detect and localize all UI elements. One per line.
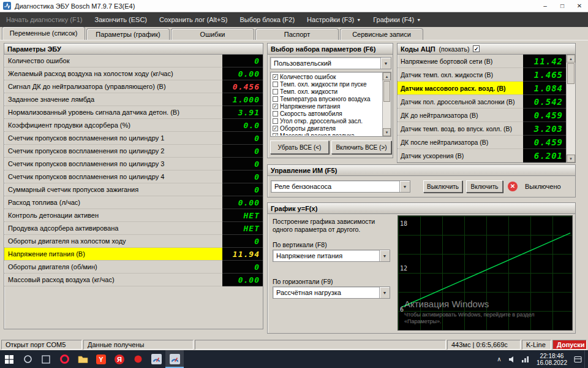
checkbox-icon[interactable]: ✓ — [273, 126, 278, 131]
show-desktop-button[interactable] — [584, 350, 588, 368]
dropdown-arrow-icon[interactable]: ▼ — [399, 181, 410, 192]
start-button[interactable] — [0, 350, 18, 368]
ecu-row[interactable]: Суммарный счетчик пропусков зажигания0 — [4, 183, 263, 196]
adc-row[interactable]: Датчик пол. дроссельной заслонки (В)0.54… — [398, 95, 566, 109]
actuator-off-button[interactable]: Выключить — [423, 180, 462, 193]
scroll-down-icon[interactable]: ▼ — [383, 128, 391, 136]
tab-variables-list[interactable]: Переменные (список) — [2, 26, 85, 40]
ecu-row[interactable]: Коэффициент продувки адсорбера (%)0.0 — [4, 119, 263, 132]
taskbar-app-yandex-browser-icon[interactable]: Я — [110, 350, 129, 368]
add-all-button[interactable]: Включить ВСЕ (>) — [331, 140, 391, 154]
actuator-stop-icon[interactable]: ✕ — [508, 182, 518, 191]
parameter-checklist-item[interactable]: ✓Обороты двигателя — [271, 125, 382, 132]
checkbox-icon[interactable]: ✓ — [273, 104, 278, 109]
adc-show-checkbox[interactable]: ✓ — [473, 45, 480, 52]
remove-all-button[interactable]: Убрать ВСЕ (<) — [270, 140, 329, 154]
close-icon[interactable]: ✕ — [571, 0, 588, 12]
scroll-up-icon[interactable]: ▲ — [567, 55, 575, 63]
tray-expand-icon[interactable]: ∧ — [492, 350, 506, 368]
taskbar-app-diagnostic-active-icon[interactable] — [165, 350, 184, 368]
taskbar-app-yandex-icon[interactable]: Y — [92, 350, 110, 368]
menu-select-ecu[interactable]: Выбор блока (F2) — [239, 16, 295, 23]
checkbox-icon[interactable] — [273, 111, 278, 117]
menu-settings[interactable]: Настройки (F3)▼ — [307, 16, 361, 23]
tolerances-button[interactable]: Допуски — [552, 340, 587, 350]
actuator-on-button[interactable]: Включить — [466, 180, 503, 193]
ecu-row[interactable]: Желаемый расход воздуха на холостом ходу… — [4, 67, 263, 80]
notification-icon[interactable] — [571, 350, 584, 368]
minimize-icon[interactable]: – — [537, 0, 554, 12]
ecu-row[interactable]: Расход топлива (л/час)0.00 — [4, 196, 263, 209]
taskbar-app-explorer-icon[interactable] — [74, 350, 92, 368]
parameter-checklist-item[interactable]: Темп. охл. жидкости при пуске — [271, 80, 382, 88]
scrollbar-thumb[interactable] — [567, 63, 575, 84]
checkbox-icon[interactable] — [273, 89, 278, 94]
ecu-row[interactable]: Обороты двигателя на холостом ходу0 — [4, 235, 263, 248]
adc-row[interactable]: Датчик ускорения (В)6.201 — [398, 149, 566, 163]
ecu-row[interactable]: Обороты двигателя (об/мин)0 — [4, 261, 263, 274]
task-view-icon[interactable] — [37, 350, 55, 368]
search-icon[interactable] — [18, 350, 37, 368]
tab-errors[interactable]: Ошибки — [171, 28, 254, 40]
adc-row[interactable]: Датчик темп. возд. во впуск. колл. (В)3.… — [398, 122, 566, 136]
checkbox-icon[interactable] — [273, 82, 278, 87]
menu-finish[interactable]: Закончить (ESC) — [94, 16, 147, 23]
actuator-dropdown[interactable]: Реле бензонасоса ▼ — [271, 180, 410, 193]
ecu-row[interactable]: Заданное значение лямбда1.000 — [4, 93, 263, 106]
ecu-row[interactable]: Счетчик пропусков воспламенения по цилин… — [4, 132, 263, 145]
tab-service-records[interactable]: Сервисные записи — [340, 28, 423, 40]
list-scrollbar[interactable]: ▲ ▼ — [382, 72, 391, 136]
adc-row[interactable]: ДК до нейтрализатора (В)0.459 — [398, 109, 566, 122]
scroll-up-icon[interactable]: ▲ — [383, 72, 391, 80]
parameter-checklist-item[interactable]: Температура впускного воздуха — [271, 95, 382, 102]
tab-passport[interactable]: Паспорт — [255, 28, 339, 40]
taskbar-clock[interactable]: 22:18:46 16.08.2022 — [533, 353, 571, 366]
graph-panel-header: График у=F(x) — [268, 203, 575, 214]
scroll-down-icon[interactable]: ▼ — [567, 155, 575, 163]
dropdown-arrow-icon: ▼ — [417, 18, 421, 22]
tab-parameters-graph[interactable]: Параметры (график) — [86, 28, 170, 40]
parameter-checklist-item[interactable]: Скорость автомобиля — [271, 110, 382, 117]
taskbar-app-opera-icon[interactable] — [55, 350, 74, 368]
dropdown-arrow-icon[interactable]: ▼ — [379, 287, 390, 298]
adc-scrollbar[interactable]: ▲ ▼ — [566, 55, 575, 163]
ecu-row[interactable]: Продувка адсорбера активированаНЕТ — [4, 222, 263, 235]
adc-row[interactable]: Датчик темп. охл. жидкости (В)1.465 — [398, 68, 566, 82]
checkbox-icon[interactable]: ✓ — [273, 133, 278, 136]
ecu-row[interactable]: Количество ошибок0 — [4, 55, 263, 67]
menu-save-log[interactable]: Сохранить лог (Alt+S) — [159, 16, 227, 23]
checkbox-icon[interactable] — [273, 96, 278, 102]
ecu-row-label: Обороты двигателя (об/мин) — [4, 261, 222, 274]
checkbox-icon[interactable] — [273, 118, 278, 124]
ecu-row[interactable]: Напряжение питания (В)11.94 — [4, 248, 263, 261]
parameter-checklist-item[interactable]: ✓Количество ошибок — [271, 73, 382, 80]
parameter-set-dropdown[interactable]: Пользовательский ▼ — [270, 57, 391, 69]
network-icon[interactable] — [519, 350, 533, 368]
adc-row[interactable]: Датчик массового расх. возд. (В)1.084 — [398, 82, 566, 95]
ecu-row[interactable]: Нормализованный уровень сигнала датчика … — [4, 106, 263, 119]
taskbar-app-diagnostic-icon[interactable] — [147, 350, 165, 368]
volume-icon[interactable] — [506, 350, 519, 368]
adc-row[interactable]: Напряжение бортовой сети (В)11.42 — [398, 55, 566, 68]
menu-graphs[interactable]: Графики (F4)▼ — [373, 16, 421, 23]
vertical-axis-dropdown[interactable]: Напряжение питания ▼ — [273, 250, 390, 262]
parameter-checklist-item[interactable]: Угол откр. дроссельной засл. — [271, 117, 382, 125]
adc-row[interactable]: ДК после нейтрализатора (В)0.459 — [398, 136, 566, 149]
horizontal-axis-dropdown[interactable]: Рассчётная нагрузка ▼ — [273, 286, 390, 299]
ecu-row[interactable]: Счетчик пропусков воспламенения по цилин… — [4, 145, 263, 158]
scrollbar-thumb[interactable] — [383, 81, 390, 102]
parameter-checklist-item[interactable]: Темп. охл. жидкости — [271, 88, 382, 95]
ecu-row[interactable]: Сигнал ДК до нейтрализатора (управляющег… — [4, 80, 263, 93]
dropdown-arrow-icon[interactable]: ▼ — [379, 250, 390, 261]
maximize-icon[interactable]: □ — [554, 0, 571, 12]
checkbox-icon[interactable]: ✓ — [273, 74, 278, 80]
ecu-row[interactable]: Массовый расход воздуха (кг/час)0.00 — [4, 274, 263, 286]
parameter-checklist-item[interactable]: ✓Напряжение питания — [271, 102, 382, 110]
menu-start-diagnostics[interactable]: Начать диагностику (F1) — [6, 16, 82, 23]
dropdown-arrow-icon[interactable]: ▼ — [380, 58, 391, 69]
ecu-row[interactable]: Счетчик пропусков воспламенения по цилин… — [4, 158, 263, 171]
parameter-checklist-item[interactable]: ✓Массовый расход воздуха — [271, 132, 382, 136]
taskbar-app-record-icon[interactable] — [129, 350, 147, 368]
ecu-row[interactable]: Контроль детонации активенНЕТ — [4, 209, 263, 222]
ecu-row[interactable]: Счетчик пропусков воспламенения по цилин… — [4, 171, 263, 183]
